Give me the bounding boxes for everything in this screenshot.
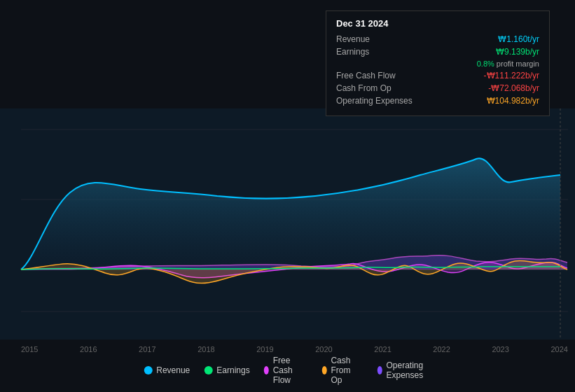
- tooltip-opex-value: ₩104.982b/yr: [487, 96, 539, 106]
- tooltip-earnings-value: ₩9.139b/yr: [496, 47, 539, 57]
- legend-label-fcf: Free Cash Flow: [273, 356, 308, 385]
- legend-label-cashfromop: Cash From Op: [331, 356, 363, 385]
- legend-earnings[interactable]: Earnings: [204, 365, 249, 375]
- tooltip-cashfromop-label: Cash From Op: [336, 83, 427, 93]
- x-label-2022: 2022: [433, 345, 450, 354]
- tooltip-row-opex: Operating Expenses ₩104.982b/yr: [336, 96, 539, 106]
- legend-label-revenue: Revenue: [156, 365, 190, 375]
- legend-dot-revenue: [144, 366, 152, 374]
- x-label-2015: 2015: [21, 345, 38, 354]
- x-axis: 2015 2016 2017 2018 2019 2020 2021 2022 …: [21, 345, 568, 354]
- x-label-2016: 2016: [80, 345, 97, 354]
- x-label-2017: 2017: [139, 345, 155, 354]
- tooltip-revenue-value: ₩1.160t/yr: [498, 34, 539, 44]
- tooltip-box: Dec 31 2024 Revenue ₩1.160t/yr Earnings …: [326, 10, 550, 116]
- legend-cashfromop[interactable]: Cash From Op: [321, 356, 363, 385]
- legend: Revenue Earnings Free Cash Flow Cash Fro…: [144, 356, 431, 385]
- legend-label-earnings: Earnings: [216, 365, 249, 375]
- x-label-2024: 2024: [550, 345, 567, 354]
- tooltip-date: Dec 31 2024: [336, 18, 539, 29]
- legend-dot-opex: [377, 366, 382, 374]
- legend-dot-earnings: [204, 366, 212, 374]
- chart-container: Dec 31 2024 Revenue ₩1.160t/yr Earnings …: [0, 0, 575, 392]
- tooltip-opex-label: Operating Expenses: [336, 96, 427, 106]
- tooltip-row-revenue: Revenue ₩1.160t/yr: [336, 34, 539, 44]
- legend-label-opex: Operating Expenses: [386, 360, 431, 380]
- legend-revenue[interactable]: Revenue: [144, 365, 190, 375]
- profit-margin-row: 0.8% profit margin: [336, 59, 539, 68]
- tooltip-cashfromop-value: -₩72.068b/yr: [488, 83, 539, 93]
- tooltip-row-earnings: Earnings ₩9.139b/yr: [336, 47, 539, 57]
- legend-dot-cashfromop: [321, 366, 326, 374]
- main-chart-svg: [0, 108, 575, 340]
- x-label-2021: 2021: [374, 345, 391, 354]
- x-label-2023: 2023: [492, 345, 508, 354]
- profit-margin-text: 0.8% profit margin: [477, 59, 539, 68]
- legend-opex[interactable]: Operating Expenses: [377, 360, 431, 380]
- x-label-2018: 2018: [198, 345, 214, 354]
- legend-dot-fcf: [264, 366, 269, 374]
- tooltip-fcf-value: -₩111.222b/yr: [484, 71, 539, 80]
- tooltip-revenue-label: Revenue: [336, 34, 427, 44]
- tooltip-row-fcf: Free Cash Flow -₩111.222b/yr: [336, 71, 539, 80]
- x-label-2020: 2020: [315, 345, 332, 354]
- tooltip-earnings-label: Earnings: [336, 47, 427, 57]
- tooltip-row-cashfromop: Cash From Op -₩72.068b/yr: [336, 83, 539, 93]
- legend-fcf[interactable]: Free Cash Flow: [264, 356, 308, 385]
- tooltip-fcf-label: Free Cash Flow: [336, 71, 427, 80]
- x-label-2019: 2019: [256, 345, 273, 354]
